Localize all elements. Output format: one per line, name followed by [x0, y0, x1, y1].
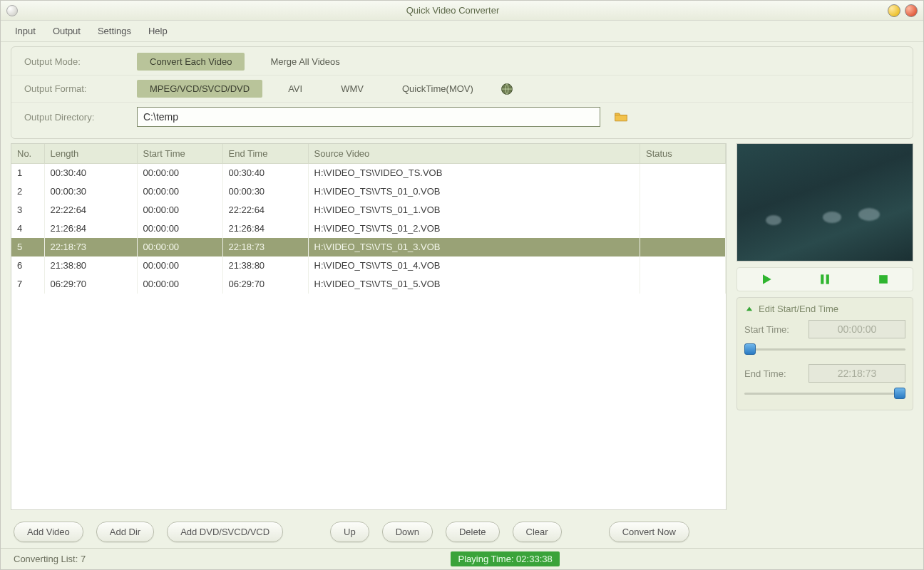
- cell-no: 2: [11, 182, 44, 201]
- time-panel: Edit Start/End Time Start Time: 00:00:00…: [736, 297, 913, 410]
- browse-folder-icon[interactable]: [613, 109, 629, 125]
- col-start[interactable]: Start Time: [137, 144, 222, 164]
- menubar: Input Output Settings Help: [1, 21, 923, 42]
- table-row[interactable]: 706:29:7000:00:0006:29:70H:\VIDEO_TS\VTS…: [11, 275, 726, 294]
- svg-rect-3: [879, 275, 888, 284]
- cell-status: [640, 275, 726, 294]
- svg-rect-1: [821, 274, 823, 284]
- cell-source: H:\VIDEO_TS\VTS_01_3.VOB: [308, 238, 640, 256]
- cell-status: [640, 164, 726, 182]
- format-avi[interactable]: AVI: [275, 80, 315, 98]
- menu-help[interactable]: Help: [148, 26, 168, 36]
- add-disc-button[interactable]: Add DVD/SVCD/VCD: [167, 522, 283, 542]
- video-preview[interactable]: [736, 143, 913, 261]
- col-source[interactable]: Source Video: [308, 144, 640, 164]
- action-bar: Add Video Add Dir Add DVD/SVCD/VCD Up Do…: [1, 514, 923, 548]
- col-status[interactable]: Status: [640, 144, 726, 164]
- table-row[interactable]: 100:30:4000:00:0000:30:40H:\VIDEO_TS\VID…: [11, 164, 726, 182]
- cell-no: 1: [11, 164, 44, 182]
- system-menu-icon[interactable]: [6, 5, 18, 16]
- play-button[interactable]: [757, 271, 776, 287]
- triangle-up-icon: [744, 304, 754, 314]
- output-mode-label: Output Mode:: [24, 56, 124, 67]
- status-bar: Converting List: 7 Playing Time: 02:33:3…: [1, 548, 923, 569]
- table-row[interactable]: 421:26:8400:00:0021:26:84H:\VIDEO_TS\VTS…: [11, 219, 726, 238]
- mode-merge-all[interactable]: Merge All Videos: [257, 53, 352, 71]
- cell-status: [640, 201, 726, 219]
- cell-no: 4: [11, 219, 44, 238]
- cell-start: 00:00:00: [137, 238, 222, 256]
- status-list-count: Converting List: 7: [14, 554, 86, 564]
- end-time-label: End Time:: [744, 368, 801, 379]
- col-no[interactable]: No.: [11, 144, 44, 164]
- titlebar: Quick Video Converter: [1, 1, 923, 21]
- format-quicktime[interactable]: QuickTime(MOV): [389, 80, 486, 98]
- menu-output[interactable]: Output: [53, 26, 81, 36]
- table-row[interactable]: 200:00:3000:00:0000:00:30H:\VIDEO_TS\VTS…: [11, 182, 726, 201]
- cell-end: 06:29:70: [222, 275, 308, 294]
- table-row[interactable]: 621:38:8000:00:0021:38:80H:\VIDEO_TS\VTS…: [11, 256, 726, 275]
- end-time-slider[interactable]: [744, 387, 905, 400]
- cell-status: [640, 219, 726, 238]
- start-time-field[interactable]: 00:00:00: [808, 320, 905, 338]
- cell-length: 21:38:80: [44, 256, 137, 275]
- mode-convert-each[interactable]: Convert Each Video: [137, 53, 245, 71]
- format-wmv[interactable]: WMV: [328, 80, 376, 98]
- down-button[interactable]: Down: [382, 522, 433, 542]
- output-directory-input[interactable]: [137, 107, 600, 127]
- output-format-label: Output Format:: [24, 83, 124, 94]
- menu-input[interactable]: Input: [15, 26, 36, 36]
- cell-length: 22:18:73: [44, 238, 137, 256]
- end-time-field[interactable]: 22:18:73: [808, 364, 905, 383]
- cell-length: 21:26:84: [44, 219, 137, 238]
- cell-end: 21:26:84: [222, 219, 308, 238]
- cell-start: 00:00:00: [137, 275, 222, 294]
- cell-start: 00:00:00: [137, 164, 222, 182]
- edit-time-header: Edit Start/End Time: [759, 304, 838, 314]
- preview-panel: Edit Start/End Time Start Time: 00:00:00…: [736, 143, 913, 510]
- window-title: Quick Video Converter: [18, 5, 888, 16]
- cell-length: 00:30:40: [44, 164, 137, 182]
- minimize-button[interactable]: [888, 4, 900, 17]
- cell-length: 22:22:64: [44, 201, 137, 219]
- stop-button[interactable]: [874, 271, 893, 287]
- start-time-slider[interactable]: [744, 343, 905, 356]
- cell-start: 00:00:00: [137, 201, 222, 219]
- cell-length: 06:29:70: [44, 275, 137, 294]
- start-time-label: Start Time:: [744, 324, 801, 335]
- col-end[interactable]: End Time: [222, 144, 308, 164]
- preview-controls: [736, 267, 913, 291]
- cell-end: 22:18:73: [222, 238, 308, 256]
- table-row[interactable]: 322:22:6400:00:0022:22:64H:\VIDEO_TS\VTS…: [11, 201, 726, 219]
- convert-now-button[interactable]: Convert Now: [609, 522, 689, 542]
- clear-button[interactable]: Clear: [513, 522, 562, 542]
- add-video-button[interactable]: Add Video: [14, 522, 83, 542]
- status-playing-time: Playing Time: 02:33:38: [451, 551, 559, 566]
- menu-settings[interactable]: Settings: [98, 26, 131, 36]
- cell-length: 00:00:30: [44, 182, 137, 201]
- settings-panel: Output Mode: Convert Each Video Merge Al…: [11, 46, 913, 139]
- file-table-container[interactable]: No. Length Start Time End Time Source Vi…: [11, 143, 727, 510]
- cell-no: 7: [11, 275, 44, 294]
- close-button[interactable]: [905, 4, 918, 17]
- table-row[interactable]: 522:18:7300:00:0022:18:73H:\VIDEO_TS\VTS…: [11, 238, 726, 256]
- add-dir-button[interactable]: Add Dir: [96, 522, 154, 542]
- up-button[interactable]: Up: [330, 522, 369, 542]
- cell-end: 00:30:40: [222, 164, 308, 182]
- col-length[interactable]: Length: [44, 144, 137, 164]
- cell-no: 5: [11, 238, 44, 256]
- cell-end: 22:22:64: [222, 201, 308, 219]
- cell-status: [640, 256, 726, 275]
- cell-end: 21:38:80: [222, 256, 308, 275]
- cell-start: 00:00:00: [137, 182, 222, 201]
- cell-start: 00:00:00: [137, 219, 222, 238]
- output-directory-label: Output Directory:: [24, 112, 124, 123]
- delete-button[interactable]: Delete: [446, 522, 500, 542]
- cell-status: [640, 238, 726, 256]
- cell-end: 00:00:30: [222, 182, 308, 201]
- cell-start: 00:00:00: [137, 256, 222, 275]
- format-settings-icon[interactable]: [499, 81, 515, 97]
- format-mpeg[interactable]: MPEG/VCD/SVCD/DVD: [137, 80, 262, 98]
- cell-source: H:\VIDEO_TS\VTS_01_0.VOB: [308, 182, 640, 201]
- pause-button[interactable]: [816, 271, 834, 287]
